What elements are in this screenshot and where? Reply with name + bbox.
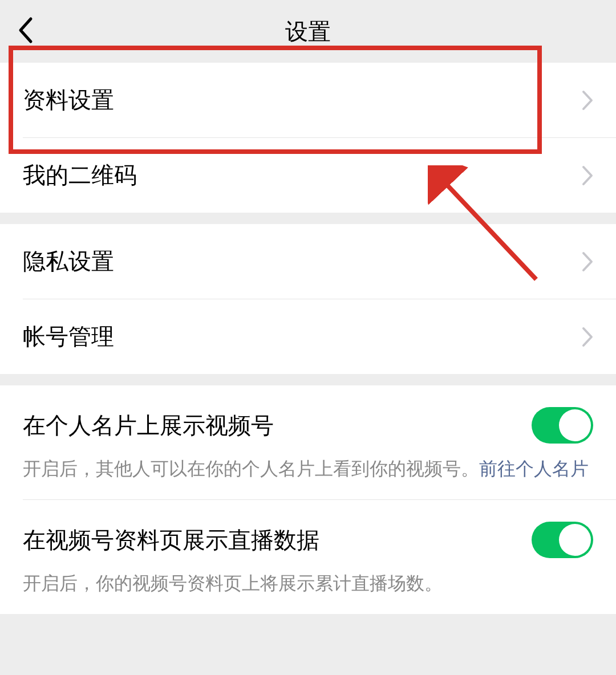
list-item-label: 隐私设置 bbox=[23, 246, 114, 277]
account-management-item[interactable]: 帐号管理 bbox=[0, 299, 616, 374]
section-gap bbox=[0, 213, 616, 224]
privacy-settings-item[interactable]: 隐私设置 bbox=[0, 224, 616, 299]
list-item-label: 我的二维码 bbox=[23, 160, 137, 191]
header: 设置 bbox=[0, 0, 616, 63]
show-live-data-switch[interactable] bbox=[532, 522, 593, 558]
my-qrcode-item[interactable]: 我的二维码 bbox=[0, 138, 616, 213]
switch-knob bbox=[559, 409, 591, 441]
list-item-label: 资料设置 bbox=[23, 84, 114, 116]
chevron-left-icon bbox=[17, 17, 33, 44]
settings-group-1: 资料设置 我的二维码 bbox=[0, 63, 616, 213]
toggle-description: 开启后，其他人可以在你的个人名片上看到你的视频号。前往个人名片 bbox=[23, 455, 593, 482]
list-item-label: 帐号管理 bbox=[23, 321, 114, 352]
go-to-profile-card-link[interactable]: 前往个人名片 bbox=[479, 458, 589, 479]
chevron-right-icon bbox=[582, 90, 593, 111]
chevron-right-icon bbox=[582, 327, 593, 347]
switch-knob bbox=[559, 524, 591, 556]
toggle-description: 开启后，你的视频号资料页上将展示累计直播场数。 bbox=[23, 570, 593, 597]
section-gap bbox=[0, 374, 616, 385]
show-video-account-toggle-item: 在个人名片上展示视频号 开启后，其他人可以在你的个人名片上看到你的视频号。前往个… bbox=[0, 385, 616, 499]
chevron-right-icon bbox=[582, 251, 593, 272]
toggle-label: 在视频号资料页展示直播数据 bbox=[23, 524, 319, 556]
chevron-right-icon bbox=[582, 165, 593, 186]
settings-group-3: 在个人名片上展示视频号 开启后，其他人可以在你的个人名片上看到你的视频号。前往个… bbox=[0, 385, 616, 614]
settings-group-2: 隐私设置 帐号管理 bbox=[0, 224, 616, 374]
page-title: 设置 bbox=[0, 16, 616, 47]
show-live-data-toggle-item: 在视频号资料页展示直播数据 开启后，你的视频号资料页上将展示累计直播场数。 bbox=[0, 500, 616, 614]
back-button[interactable] bbox=[17, 17, 33, 46]
profile-settings-item[interactable]: 资料设置 bbox=[0, 63, 616, 137]
show-video-account-switch[interactable] bbox=[532, 407, 593, 444]
toggle-label: 在个人名片上展示视频号 bbox=[23, 410, 274, 441]
